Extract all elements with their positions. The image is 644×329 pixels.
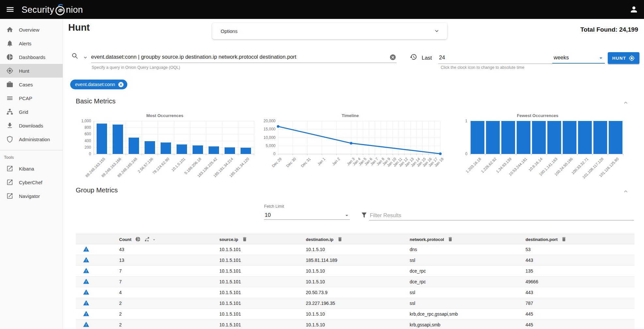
alert-triangle-icon[interactable] [83, 300, 89, 306]
x-axis-tick-label: Dec 31 [300, 157, 311, 168]
table-row[interactable]: 210.1.5.10110.1.5.10krb,gssapi,smb445 [76, 320, 635, 329]
cell-source-ip: 10.1.5.101 [207, 320, 293, 329]
pie-chart-toggle-icon[interactable] [135, 236, 141, 242]
remove-column-icon[interactable] [242, 236, 247, 242]
table-row[interactable]: 210.1.5.10123.227.196.35ssl787 [76, 298, 635, 309]
bar [193, 145, 203, 154]
row-alert-cell [76, 287, 106, 298]
clear-query-icon[interactable] [389, 54, 396, 61]
time-range-label: Last [422, 55, 432, 61]
filter-chip[interactable]: event.dataset:conn [70, 80, 127, 89]
bar [501, 121, 515, 154]
alert-triangle-icon[interactable] [83, 321, 89, 328]
row-alert-cell [76, 244, 106, 255]
alert-triangle-icon[interactable] [83, 310, 89, 317]
axis-tick [547, 154, 547, 155]
sidebar-item-alerts[interactable]: Alerts [0, 37, 63, 50]
cell-destination-ip: 10.1.5.10 [293, 320, 397, 329]
pie-icon [6, 53, 13, 61]
column-header-network-protocol[interactable]: network.protocol [397, 234, 513, 244]
history-clock-icon[interactable] [410, 53, 417, 61]
sidebar-item-administration[interactable]: Administration [0, 132, 63, 146]
duration-input[interactable] [438, 51, 552, 64]
bar [593, 121, 607, 154]
filter-results-input[interactable] [369, 211, 634, 220]
table-header: Countsource.ipdestination.ipnetwork.prot… [76, 234, 635, 244]
cell-source-ip: 10.1.5.101 [207, 287, 293, 298]
row-alert-cell [76, 309, 106, 320]
gridline-v [190, 121, 190, 154]
fetch-limit-select[interactable]: 10 [264, 210, 350, 220]
remove-column-icon[interactable] [337, 236, 343, 242]
gridline-v [608, 121, 608, 154]
filter-chip-label: event.dataset:conn [75, 82, 115, 87]
sidebar-item-hunt[interactable]: Hunt [0, 64, 63, 78]
remove-column-icon[interactable] [561, 236, 567, 242]
cell-source-ip: 10.1.5.101 [207, 266, 293, 277]
page-title: Hunt [68, 22, 90, 33]
gridline-v [547, 121, 547, 154]
cell-destination-ip: 20.50.73.9 [293, 287, 397, 298]
cell-count: 2 [106, 298, 207, 309]
column-header-destination-ip[interactable]: destination.ip [293, 234, 397, 244]
axis-tick [485, 154, 486, 155]
collapse-group-metrics-icon[interactable] [622, 188, 629, 195]
account-icon[interactable] [629, 5, 638, 14]
gridline-v [516, 121, 516, 154]
sidebar-item-label: Administration [19, 137, 50, 142]
axis-tick [562, 154, 562, 155]
collapse-basic-metrics-icon[interactable] [622, 99, 629, 106]
sitemap-icon [6, 108, 13, 115]
menu-icon[interactable] [6, 5, 15, 14]
sidebar-item-grid[interactable]: Grid [0, 105, 63, 119]
cell-count: 2 [106, 320, 207, 329]
cell-source-ip: 10.1.5.101 [207, 298, 293, 309]
sidebar-tool-cyberchef[interactable]: CyberChef [0, 175, 63, 189]
query-input[interactable] [91, 51, 397, 63]
cell-destination-ip: 10.1.5.10 [293, 277, 397, 287]
table-row[interactable]: 210.1.5.10110.1.5.10krb,dce_rpc,gssapi,s… [76, 309, 635, 320]
sidebar-item-pcap[interactable]: PCAP [0, 91, 63, 105]
column-header-source-ip[interactable]: source.ip [207, 234, 293, 244]
remove-column-icon[interactable] [448, 236, 453, 242]
sidebar-tool-kibana[interactable]: Kibana [0, 162, 63, 175]
query-history-chevron-icon[interactable] [83, 55, 88, 60]
table-row[interactable]: 710.1.5.10110.1.5.10dce_rpc135 [76, 266, 635, 277]
sidebar-item-dashboards[interactable]: Dashboards [0, 50, 63, 64]
expand-column-header [76, 234, 106, 244]
list-icon [6, 95, 13, 102]
remove-filter-icon[interactable] [118, 82, 124, 88]
external-link-icon [6, 165, 13, 172]
axis-tick [608, 154, 608, 155]
row-alert-cell [76, 266, 106, 277]
alert-triangle-icon[interactable] [83, 257, 89, 263]
table-row[interactable]: 410.1.5.10120.50.73.9ssl443 [76, 287, 635, 298]
x-axis-tick-label: Dec 29 [271, 157, 282, 168]
alert-triangle-icon[interactable] [83, 267, 89, 274]
column-header-destination-port[interactable]: destination.port [513, 234, 635, 244]
alert-triangle-icon[interactable] [83, 246, 89, 252]
column-header-Count[interactable]: Count [106, 234, 207, 244]
alert-triangle-icon[interactable] [83, 278, 89, 285]
options-panel[interactable]: Options [212, 23, 447, 39]
table-row[interactable]: 710.1.5.10110.1.5.10dce_rpc49666 [76, 277, 635, 287]
caret-down-icon[interactable] [152, 237, 156, 242]
cell-network-protocol: ssl [397, 298, 513, 309]
groupby-options-icon[interactable] [144, 236, 150, 242]
sidebar-item-downloads[interactable]: Downloads [0, 119, 63, 132]
hunt-button[interactable]: HUNT [608, 52, 639, 64]
sidebar-item-label: Kibana [19, 166, 34, 172]
sidebar-item-label: Overview [19, 27, 39, 33]
cell-destination-port: 445 [513, 309, 635, 320]
cell-destination-port: 49666 [513, 277, 635, 287]
sidebar-item-cases[interactable]: Cases [0, 78, 63, 91]
axis-tick [501, 154, 501, 155]
sidebar-tool-navigator[interactable]: Navigator [0, 189, 63, 203]
time-unit-select[interactable]: weeks [552, 51, 605, 64]
sidebar-item-overview[interactable]: Overview [0, 23, 63, 37]
y-axis-tick-label: 400 [68, 139, 91, 143]
cell-network-protocol: dce_rpc [397, 266, 513, 277]
table-row[interactable]: 4310.1.5.10110.1.5.10dns53 [76, 244, 635, 255]
table-row[interactable]: 1310.1.5.101185.81.114.189ssl443 [76, 255, 635, 266]
alert-triangle-icon[interactable] [83, 289, 89, 295]
